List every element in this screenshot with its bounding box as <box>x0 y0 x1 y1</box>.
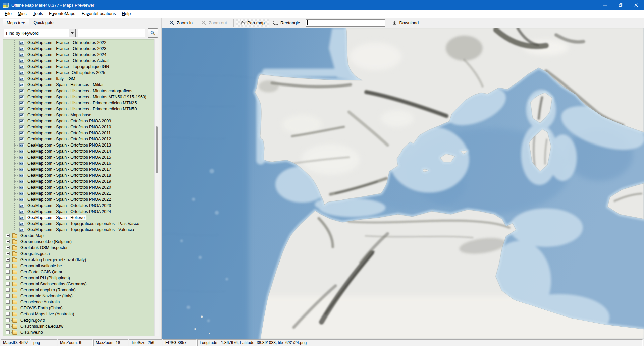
tree-item[interactable]: Getlost Maps Live (Australia) <box>3 311 154 317</box>
expand-plus-icon[interactable] <box>6 258 10 262</box>
status-segment: TileSize: 256 <box>129 339 162 346</box>
tree-item[interactable]: GeaMap.com - Spain - Ortofotos PNOA 2021 <box>3 190 154 196</box>
tree-item[interactable]: GeaMap.com - Spain - Ortofotos PNOA 2016 <box>3 160 154 166</box>
expand-plus-icon[interactable] <box>6 330 10 334</box>
tree-item[interactable]: GeaMap.com - Spain - Ortofotos PNOA 2024 <box>3 209 154 215</box>
expand-plus-icon[interactable] <box>6 234 10 237</box>
tree-item[interactable]: GeaMap.com - Spain - Historicos - Primer… <box>3 100 154 106</box>
expand-plus-icon[interactable] <box>6 318 10 322</box>
tree-item[interactable]: GeaMap.com - Spain - Ortofotos PNOA 2018 <box>3 172 154 178</box>
download-button[interactable]: Download <box>387 19 423 27</box>
menu-misc[interactable]: Misc <box>15 10 30 18</box>
zoom-out-button[interactable]: Zoom out <box>197 19 231 27</box>
expand-plus-icon[interactable] <box>6 252 10 255</box>
tree-item[interactable]: Geofabrik OSM Inspector <box>3 245 154 251</box>
map-viewport[interactable] <box>162 28 644 339</box>
expand-plus-icon[interactable] <box>6 276 10 280</box>
expand-plus-icon[interactable] <box>6 300 10 304</box>
tree-item[interactable]: GeaMap.com - France - Orthophotos 2022 <box>3 40 154 46</box>
expand-plus-icon[interactable] <box>6 324 10 328</box>
tree-scrollbar[interactable] <box>154 39 159 336</box>
tree-item[interactable]: GeaMap.com - Spain - Ortofotos PNOA 2022 <box>3 196 154 203</box>
tree-item[interactable]: GeaMap.com - France - Topographique IGN <box>3 64 154 70</box>
tree-item[interactable]: Gezgin.gov.tr <box>3 317 154 323</box>
expand-plus-icon[interactable] <box>6 240 10 243</box>
map-thumbnail-icon <box>19 41 24 45</box>
rectangle-button[interactable]: Rectangle <box>269 19 305 27</box>
tree-item[interactable]: GeaMap.com - Spain - Ortofotos PNOA 2009 <box>3 118 154 124</box>
tree-item[interactable]: Geoportal Sachsenatlas (Germany) <box>3 281 154 287</box>
tree-item[interactable]: GeaMap.com - Spain - Historicos - Primer… <box>3 106 154 112</box>
tree-item[interactable]: Geobru.irisnet.be (Belgium) <box>3 239 154 245</box>
tree-item[interactable]: GeaMap.com - Spain - Historicos - Milita… <box>3 82 154 88</box>
tree-item[interactable]: GeaMap.com - France - Orthophotos 2023 <box>3 46 154 52</box>
map-thumbnail-icon <box>19 59 24 63</box>
map-thumbnail-icon <box>19 65 24 69</box>
expand-plus-icon[interactable] <box>6 264 10 268</box>
keyword-input[interactable] <box>78 29 145 37</box>
find-mode-combobox[interactable]: Find by Keyword <box>4 29 76 37</box>
search-button[interactable] <box>148 28 158 38</box>
zoom-out-icon <box>201 20 207 26</box>
tab-maps-tree[interactable]: Maps tree <box>3 19 29 26</box>
expand-plus-icon[interactable] <box>6 282 10 286</box>
combo-dropdown-button[interactable] <box>69 29 75 37</box>
tree-item[interactable]: Geoportale Nazionale (Italy) <box>3 293 154 299</box>
tree-item[interactable]: Geoportal.ancpi.ro (Romania) <box>3 287 154 293</box>
map-thumbnail-icon <box>19 222 24 226</box>
tree-item[interactable]: Geoportal PH (Philippines) <box>3 275 154 281</box>
tree-item[interactable]: GeaMap.com - Spain - Ortofotos PNOA 2020 <box>3 184 154 190</box>
tree-item[interactable]: GeaMap.com - Spain - Historicos - Minuta… <box>3 88 154 94</box>
tree-item[interactable]: Geo.be Map <box>3 233 154 239</box>
tree-item[interactable]: GeaMap.com - Spain - Ortofotos PNOA 2010 <box>3 124 154 130</box>
menu-favoritemaps[interactable]: FavoriteMaps <box>46 10 78 18</box>
minimize-button[interactable] <box>597 0 613 10</box>
expand-plus-icon[interactable] <box>6 288 10 292</box>
tab-quick-goto[interactable]: Quick goto <box>30 19 57 26</box>
tree-item[interactable]: GeaMap.com - Spain - Ortofotos PNOA 2015 <box>3 154 154 160</box>
expand-plus-icon[interactable] <box>6 270 10 274</box>
folder-icon <box>12 277 17 280</box>
status-segment: EPSG:3857 <box>163 339 197 346</box>
menu-file[interactable]: File <box>2 10 15 18</box>
tree-item[interactable]: Gis3.nve.no <box>3 329 154 335</box>
tree-item[interactable]: GeaMap.com - Spain - Ortofotos PNOA 2013 <box>3 142 154 148</box>
expand-plus-icon[interactable] <box>6 312 10 316</box>
menu-favoritelocations[interactable]: FavoriteLocations <box>78 10 119 18</box>
tree-item[interactable]: GeaMap.com - France -Orthophotos 2025 <box>3 70 154 76</box>
tree-item[interactable]: GeaMap.com - Spain - Ortofotos PNOA 2019 <box>3 178 154 184</box>
tree-item[interactable]: GeaMap.com - Spain - Ortofotos PNOA 2014 <box>3 148 154 154</box>
tree-item[interactable]: GeaMap.com - Spain - Mapa base <box>3 112 154 118</box>
close-button[interactable] <box>628 0 644 10</box>
tree-item[interactable]: Geokatalog.buergernetz.bz.it (Italy) <box>3 257 154 263</box>
restore-button[interactable] <box>613 0 628 10</box>
folder-icon <box>12 295 17 298</box>
tree-item[interactable]: Gis.rchss.sinica.edu.tw <box>3 323 154 329</box>
tree-item[interactable]: GeaMap.com - Italy - IGM <box>3 76 154 82</box>
tree-item[interactable]: GeaMap.com - Spain - Ortofotos PNOA 2023 <box>3 203 154 209</box>
tree-item[interactable]: GeaMap.com - Spain - Ortofotos PNOA 2012 <box>3 136 154 142</box>
tree-item[interactable]: GeaMap.com - France - Orthophotos 2024 <box>3 52 154 58</box>
map-thumbnail-icon <box>19 216 24 220</box>
menu-tools[interactable]: Tools <box>30 10 46 18</box>
tree-item[interactable]: Geoportail.wallonie.be <box>3 263 154 269</box>
tree-item[interactable]: GeaMap.com - Spain - Ortofotos PNOA 2011 <box>3 130 154 136</box>
tree-scrollbar-thumb[interactable] <box>156 126 158 173</box>
tree-item[interactable]: GEOVIS Earth (China) <box>3 305 154 311</box>
tree-item[interactable]: GeaMap.com - Spain - Topograficos region… <box>3 227 154 233</box>
tree-item[interactable]: GeaMap.com - Spain - Topograficos region… <box>3 221 154 227</box>
tree-item[interactable]: GeaMap.com - Spain - Ortofotos PNOA 2017 <box>3 166 154 172</box>
tree-item[interactable]: Geoscience Australia <box>3 299 154 305</box>
expand-plus-icon[interactable] <box>6 306 10 310</box>
pan-map-button[interactable]: Pan map <box>236 19 269 27</box>
download-range-input[interactable] <box>306 19 385 27</box>
tree-item[interactable]: GeaMap.com - Spain - Historicos - Minuta… <box>3 94 154 100</box>
expand-plus-icon[interactable] <box>6 246 10 249</box>
expand-plus-icon[interactable] <box>6 294 10 298</box>
menu-help[interactable]: Help <box>119 10 134 18</box>
tree-item[interactable]: GeoPortal CGIS Qatar <box>3 269 154 275</box>
tree-item[interactable]: Geogratis.gc.ca <box>3 251 154 257</box>
zoom-in-button[interactable]: Zoom in <box>165 19 197 27</box>
tree-item[interactable]: GeaMap.com - France - Orthophotos Actual <box>3 58 154 64</box>
tree-item[interactable]: GeaMap.com - Spain - Relieve <box>3 215 154 221</box>
